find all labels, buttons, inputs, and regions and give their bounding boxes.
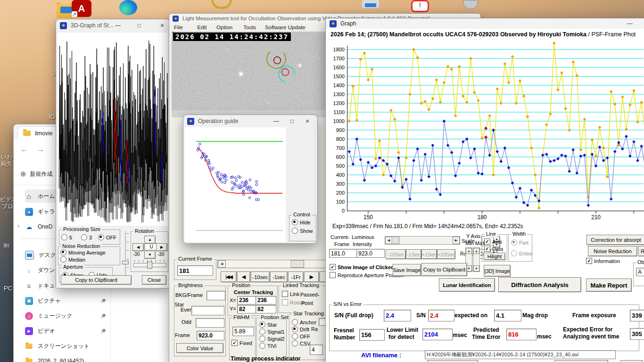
minus-1frame-button[interactable]: -1Fr xyxy=(288,272,304,282)
graph-titlebar[interactable]: ★ Graph xyxy=(326,18,644,29)
vertical-slider-thumb[interactable] xyxy=(122,261,129,264)
diffraction-analysis-button[interactable]: Diffraction Analysis xyxy=(498,277,581,292)
star-odd-input[interactable] xyxy=(196,318,224,328)
lower-limit-value[interactable]: 2104 xyxy=(422,329,453,340)
image-3d-button[interactable]: [3D] Image xyxy=(484,265,511,277)
position-x-tracking[interactable]: 236 xyxy=(256,296,276,304)
radio-entire[interactable]: Entire xyxy=(511,250,533,256)
unknown-orange-icon[interactable] xyxy=(211,0,232,9)
frame-scrollbar[interactable]: ◀ xyxy=(217,260,336,268)
maximize-button[interactable]: □ xyxy=(287,117,297,125)
save-image-button[interactable]: Save Image xyxy=(393,264,421,276)
ymax-scrollbar[interactable]: ▲ ▼ xyxy=(473,247,480,272)
lightcurve-chart[interactable]: 0100200300400500600700800900100011001200… xyxy=(326,30,644,220)
radio-show[interactable]: Show xyxy=(292,228,313,234)
minimize-button[interactable]: — xyxy=(271,117,281,125)
correction-button[interactable]: Correction for absorpt xyxy=(586,235,644,245)
pdf-shortcut-icon[interactable]: A ↗ xyxy=(72,0,92,18)
onedrive-expander-icon[interactable]: › xyxy=(17,222,19,229)
menu-option[interactable]: Option xyxy=(216,25,232,30)
scroll-down-icon[interactable]: ▼ xyxy=(473,265,479,272)
window-app-icon[interactable] xyxy=(362,0,379,8)
fresnel-value[interactable]: 156 xyxy=(359,329,385,341)
bottom-partial-button-2[interactable] xyxy=(554,360,608,362)
radio-size-3[interactable]: 3 xyxy=(81,234,92,240)
menu-tools[interactable]: Tools xyxy=(243,25,256,30)
radio-signal2[interactable]: Signal2 xyxy=(259,336,285,342)
skip-start-button[interactable]: |◀◀ xyxy=(221,272,237,282)
radio-signal1[interactable]: Signal1 xyxy=(259,329,285,335)
frame-exposure-value[interactable]: 339 xyxy=(630,310,644,321)
edge-icon[interactable] xyxy=(119,0,137,15)
radio-star[interactable]: Star xyxy=(259,321,277,328)
bottom-partial-button-3[interactable] xyxy=(620,360,643,362)
minimize-button[interactable]: — xyxy=(625,20,635,27)
bkg-frame-input[interactable] xyxy=(206,291,225,300)
frame-scrollbar-thumb[interactable] xyxy=(291,260,304,268)
sidebar-item-screenshots[interactable]: スクリーンショット xyxy=(25,339,108,353)
minus-1sec-button[interactable]: -1sec xyxy=(270,272,288,282)
radio-part[interactable]: Part xyxy=(511,239,528,246)
maximize-button[interactable]: □ xyxy=(134,22,144,29)
play-button[interactable]: ▶ xyxy=(304,272,319,282)
star-even-input[interactable] xyxy=(191,306,224,315)
minus-10sec-button[interactable]: -10Sec xyxy=(386,249,406,259)
graph-scrollbar-thumb[interactable] xyxy=(392,237,399,244)
data-checkbox[interactable]: ✓Data xyxy=(484,246,503,252)
sidebar-item-videos[interactable]: ▶ ビデオ xyxy=(25,324,108,337)
vertical-slider[interactable] xyxy=(122,231,129,279)
graph-scrollbar[interactable]: ◀ ▶ xyxy=(385,236,460,245)
graph3d-copy-button[interactable]: Copy to ClipBoard xyxy=(61,275,132,285)
color-value-button[interactable]: Color Value xyxy=(176,343,223,353)
rotate-down-button[interactable]: ▼ xyxy=(144,251,156,259)
menu-file[interactable]: File xyxy=(174,25,183,30)
re-button[interactable]: Re xyxy=(638,246,644,256)
expected-error-value[interactable]: 305 xyxy=(630,328,644,340)
rotation-slider-thumb[interactable] xyxy=(147,262,152,269)
clock-icon[interactable] xyxy=(463,0,478,9)
predicted-error-value[interactable]: 816 xyxy=(506,329,537,340)
menu-edit[interactable]: Edit xyxy=(198,25,207,30)
object-select[interactable]: A xyxy=(636,268,644,276)
bottom-partial-button-1[interactable] xyxy=(427,360,478,362)
scroll-up-icon[interactable]: ▲ xyxy=(473,248,479,254)
radio-moving-average[interactable]: Moving Average xyxy=(60,249,106,255)
information-checkbox[interactable]: ✓Information xyxy=(586,258,620,264)
scroll-right-icon[interactable]: ▶ xyxy=(453,237,460,244)
radio-size-5[interactable]: 5 xyxy=(61,234,72,240)
copy-clipboard-button[interactable]: Copy to ClipBoard xyxy=(421,263,467,276)
link-checkbox[interactable]: Link xyxy=(282,291,299,297)
scroll-left-icon[interactable]: ◀ xyxy=(385,237,392,244)
position-y-tracking[interactable]: 82 xyxy=(256,305,276,313)
minus-1sec-button[interactable]: -1Sec xyxy=(406,249,421,259)
step-back-button[interactable]: ◀ xyxy=(237,272,250,282)
radio-tivi[interactable]: TIVi xyxy=(259,343,276,349)
nav-back-button[interactable]: ← xyxy=(20,145,28,154)
axis-checkbox[interactable]: ✓Axis xyxy=(484,239,502,245)
position-x-center[interactable]: 236 xyxy=(237,296,258,304)
rotate-left-button[interactable]: ◀ xyxy=(132,243,144,251)
sn-value[interactable]: 2.4 xyxy=(428,310,454,321)
sn-full-drop-value[interactable]: 2.4 xyxy=(384,310,411,321)
opguide-titlebar[interactable]: ★ Operation guide xyxy=(183,115,317,127)
close-button[interactable]: × xyxy=(157,22,167,29)
scroll-up-icon[interactable]: ▲ xyxy=(466,248,472,254)
radio-anchor[interactable]: Anchor xyxy=(292,319,316,325)
hilight-button[interactable]: Hilight xyxy=(484,253,505,260)
radio-hide[interactable]: Hide xyxy=(292,219,311,225)
luminous-intensity-input[interactable]: 923.0 xyxy=(356,249,385,258)
radio-csv[interactable]: CSV xyxy=(292,340,311,346)
sidebar-item-2026-folder[interactable]: 2026_2_8(UA452) xyxy=(25,354,108,362)
fwhm-input[interactable]: 5.89 xyxy=(232,327,254,336)
minimize-button[interactable]: — xyxy=(113,22,123,29)
scroll-left-icon[interactable]: ◀ xyxy=(218,260,226,268)
plus-10sec-button[interactable]: +10Sec xyxy=(437,249,455,259)
graph3d-close-button[interactable]: Close xyxy=(142,275,166,285)
rotate-up-button[interactable]: ▲ xyxy=(144,236,156,244)
radio-off[interactable]: OFF xyxy=(292,333,310,339)
fixed-checkbox[interactable]: ✓Fixed xyxy=(231,340,252,346)
make-report-button[interactable]: Make Report xyxy=(586,279,632,292)
radio-median[interactable]: Median xyxy=(60,256,85,263)
avi-filename-value[interactable]: H:¥2026年掩蔽観測¥2026-2-14¥2026-2-14 (27500)… xyxy=(425,350,616,359)
menu-software-update[interactable]: Software Update xyxy=(265,25,305,30)
